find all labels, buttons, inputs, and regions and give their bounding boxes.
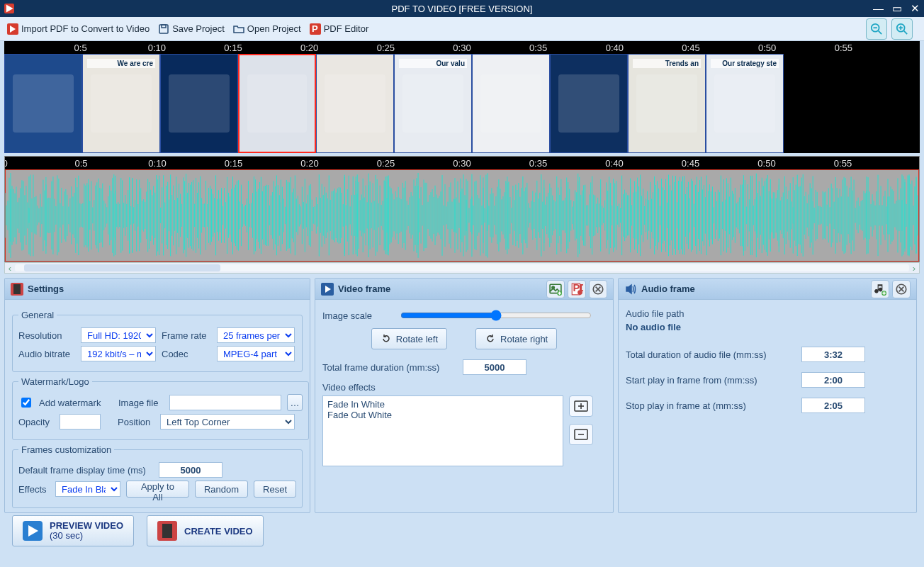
timeline-frame[interactable]	[238, 54, 316, 153]
rotate-right-button[interactable]: Rotate right	[475, 328, 557, 349]
remove-frame-button[interactable]	[589, 280, 607, 298]
timeline-frame[interactable]: We are cre	[82, 54, 160, 153]
timeline-frame[interactable]: Trends an	[628, 54, 706, 153]
minimize-icon[interactable]: —	[873, 2, 884, 15]
svg-line-8	[879, 30, 882, 34]
svg-text:P: P	[312, 23, 318, 34]
audio-duration-input[interactable]	[801, 347, 865, 362]
preview-video-button[interactable]: PREVIEW VIDEO (30 sec)	[12, 515, 134, 546]
waveform	[5, 169, 919, 262]
remove-effect-button[interactable]	[569, 424, 593, 445]
video-frame-panel: Video frame PDF Image scale Rotate left …	[315, 278, 614, 513]
audio-stop-input[interactable]	[801, 398, 865, 413]
default-time-input[interactable]	[159, 462, 222, 478]
position-select[interactable]: Left Top Corner	[160, 414, 295, 430]
timeline-frame[interactable]	[550, 54, 628, 153]
pdf-label: PDF Editor	[324, 23, 369, 34]
settings-title: Settings	[28, 284, 64, 294]
timeline-frame[interactable]	[160, 54, 238, 153]
audio-frame-panel: Audio frame Audio file path No audio fil…	[618, 278, 917, 513]
resolution-select[interactable]: Full HD: 1920 x	[81, 327, 156, 343]
effect-item[interactable]: Fade In White	[327, 399, 558, 410]
rotate-left-button[interactable]: Rotate left	[371, 328, 447, 349]
audio-ruler: 00:50:100:150:200:250:300:350:400:450:50…	[5, 157, 919, 169]
effect-item[interactable]: Fade Out White	[327, 410, 558, 420]
toolbar: Import PDF to Convert to Video Save Proj…	[0, 17, 924, 41]
svg-marker-0	[6, 4, 13, 12]
video-effects-list[interactable]: Fade In WhiteFade Out White	[322, 395, 563, 466]
settings-panel: Settings General Resolution Full HD: 192…	[4, 278, 310, 513]
zoom-out-button[interactable]	[866, 18, 887, 40]
add-image-button[interactable]	[546, 280, 565, 298]
import-pdf-button[interactable]: Import PDF to Convert to Video	[7, 23, 150, 35]
save-label: Save Project	[172, 23, 225, 34]
browse-image-button[interactable]: …	[287, 394, 303, 411]
timeline-frame[interactable]: Our valu	[394, 54, 472, 153]
zoom-in-button[interactable]	[891, 18, 913, 40]
titlebar: PDF TO VIDEO [FREE VERSION] — ▭ ✕	[0, 0, 924, 17]
film-icon	[11, 283, 23, 296]
image-scale-slider[interactable]	[400, 310, 592, 321]
scroll-left-icon[interactable]: ‹	[5, 263, 15, 273]
image-file-input[interactable]	[169, 395, 281, 410]
reset-button[interactable]: Reset	[254, 481, 296, 498]
bitrate-select[interactable]: 192 kbit/s – me	[81, 346, 156, 361]
frames-group: Frames customization Default frame displ…	[12, 444, 303, 508]
codec-select[interactable]: MPEG-4 part 2	[217, 346, 295, 361]
effects-select[interactable]: Fade In Blac	[55, 481, 120, 497]
general-group: General Resolution Full HD: 1920 x Frame…	[12, 310, 303, 372]
import-label: Import PDF to Convert to Video	[21, 23, 150, 34]
watermark-group: Watermark/Logo Add watermark Image file …	[12, 376, 309, 440]
svg-rect-22	[160, 524, 162, 538]
remove-audio-button[interactable]	[892, 280, 911, 298]
add-watermark-checkbox[interactable]	[21, 398, 31, 408]
timeline-frame[interactable]: Our strategy ste	[706, 54, 784, 153]
svg-line-11	[904, 30, 908, 34]
video-timeline[interactable]: 0:50:100:150:200:250:300:350:400:450:500…	[4, 41, 920, 153]
timeline-frame[interactable]	[316, 54, 394, 153]
svg-rect-4	[162, 25, 166, 28]
open-label: Open Project	[247, 23, 301, 34]
audio-title: Audio frame	[641, 284, 695, 294]
audio-file-path: No audio file	[626, 322, 681, 332]
create-video-button[interactable]: CREATE VIDEO	[147, 515, 264, 546]
scroll-right-icon[interactable]: ›	[909, 263, 919, 273]
speaker-icon	[624, 283, 637, 296]
pdf-editor-button[interactable]: P PDF Editor	[310, 23, 369, 35]
video-ruler: 0:50:100:150:200:250:300:350:400:450:500…	[4, 41, 920, 54]
svg-rect-16	[12, 284, 13, 294]
timeline-frame[interactable]	[472, 54, 550, 153]
timeline-scrollbar[interactable]: ‹ ›	[4, 262, 920, 274]
add-effect-button[interactable]	[569, 395, 593, 417]
app-icon	[4, 4, 14, 13]
svg-rect-3	[159, 25, 168, 33]
timeline-frame[interactable]	[4, 54, 82, 153]
add-audio-button[interactable]	[871, 280, 889, 298]
framerate-select[interactable]: 25 frames per se	[217, 327, 295, 343]
audio-start-input[interactable]	[801, 372, 865, 388]
add-pdf-button[interactable]: PDF	[568, 280, 586, 298]
svg-rect-17	[21, 284, 22, 294]
svg-rect-23	[172, 524, 174, 538]
frame-duration-input[interactable]	[463, 359, 526, 375]
maximize-icon[interactable]: ▭	[892, 2, 902, 15]
random-button[interactable]: Random	[195, 481, 248, 498]
apply-all-button[interactable]: Apply to All	[126, 481, 189, 498]
close-icon[interactable]: ✕	[911, 2, 920, 15]
play-square-icon	[321, 283, 334, 296]
svg-rect-15	[12, 284, 22, 294]
svg-point-33	[578, 290, 582, 295]
open-project-button[interactable]: Open Project	[233, 23, 301, 35]
opacity-input[interactable]	[60, 414, 101, 430]
save-project-button[interactable]: Save Project	[158, 23, 225, 35]
video-title: Video frame	[338, 284, 390, 294]
window-title: PDF TO VIDEO [FREE VERSION]	[392, 4, 533, 14]
scroll-thumb[interactable]	[24, 264, 221, 271]
audio-timeline[interactable]: 00:50:100:150:200:250:300:350:400:450:50…	[4, 156, 920, 262]
